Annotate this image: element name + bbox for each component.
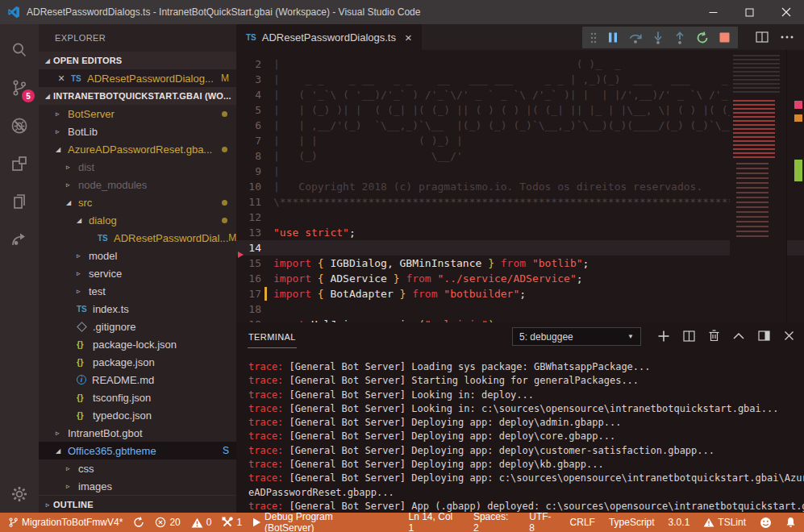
split-terminal-icon[interactable] [683,330,695,342]
tree-item-package-json[interactable]: {}package.json [39,353,236,371]
twisty-icon: ▹ [56,429,66,437]
notifications-bell-icon[interactable] [785,517,796,528]
restart-button[interactable] [696,31,709,44]
minimize-button[interactable] [695,0,731,24]
sync-item[interactable] [133,517,144,528]
outline-header[interactable]: ▹ OUTLINE [39,495,236,513]
search-icon[interactable] [0,31,39,69]
source-control-icon[interactable]: 5 [0,69,39,106]
more-actions-icon[interactable] [781,35,794,39]
tree-item-botserver[interactable]: ▹BotServer [39,105,236,123]
step-over-button[interactable] [629,31,642,44]
tslint-item[interactable]: TSLint [703,517,746,528]
close-tab-icon[interactable]: × [405,31,412,44]
code-editor[interactable]: 2| ( )_ _3| _ _ _ __ _ _ __ ___ ___ _ _ … [236,50,804,322]
stop-button[interactable] [719,32,730,43]
twisty-icon: ▹ [56,110,66,118]
pages-icon[interactable] [0,182,39,220]
code-line-5: 5| | (_) )| | ( (_| |( (_) || ( ) ( ) |(… [236,102,804,118]
language-mode-item[interactable]: TypeScript [609,517,655,528]
tree-item-css[interactable]: ▹css [39,459,236,477]
terminal-tab[interactable]: TERMINAL [248,325,297,348]
tree-item-label: model [89,250,117,262]
eol-item[interactable]: CRLF [570,517,595,528]
tree-item-model[interactable]: ▹model [39,247,236,264]
tree-item-test[interactable]: ▹test [39,282,236,300]
open-editor-item[interactable]: × TS ADResetPasswordDialog... M [39,69,236,87]
maximize-button[interactable] [731,0,768,24]
json-file-icon: {} [77,393,91,402]
tree-item-dialog[interactable]: ◢dialog [39,211,236,229]
code-line-4: 4| ( '_`\ ( '__)/'_` ) /'_`\/' _ ` _ `\ … [236,87,804,102]
cursor-position-item[interactable]: Ln 14, Col 1 [409,511,460,532]
close-editor-icon[interactable]: × [58,72,71,85]
encoding-item[interactable]: UTF-8 [529,511,556,532]
tree-item-gitignore[interactable]: .gitignore [39,318,236,335]
tree-item-tsconfig-json[interactable]: {}tsconfig.json [39,389,236,406]
new-terminal-icon[interactable] [658,330,669,342]
tree-item-typedoc-json[interactable]: {}typedoc.json [39,406,236,424]
tools-item[interactable]: 1 [222,517,242,528]
modified-dot [222,147,227,152]
tree-item-adresetpassworddial[interactable]: TSADResetPasswordDial...M [39,229,236,247]
twisty-icon: ◢ [56,146,66,153]
tree-item-office365-gbtheme[interactable]: ◢Office365.gbthemeS [39,442,236,459]
step-into-button[interactable] [652,31,664,44]
close-window-button[interactable] [768,0,804,24]
code-line-13: 13"use strict"; [236,225,804,240]
json-file-icon: {} [77,357,91,367]
tree-item-images[interactable]: ▹images [39,477,236,495]
version-item[interactable]: 3.0.1 [669,517,690,528]
debug-toolbar [582,27,738,48]
line-number: 6 [236,118,273,133]
sidebar-title: EXPLORER [39,24,236,52]
toolbar-drag-handle[interactable] [590,32,597,44]
share-icon[interactable] [0,220,39,258]
indentation-item[interactable]: Spaces: 2 [473,511,515,532]
maximize-panel-icon[interactable] [733,332,744,339]
git-branch-item[interactable]: MigrationToBotFmwV4* [8,517,123,528]
tree-item-intranetbot-gbot[interactable]: ▹IntranetBot.gbot [39,424,236,442]
step-out-button[interactable] [674,31,685,44]
close-panel-icon[interactable] [784,330,794,341]
feedback-smiley-icon[interactable] [760,517,772,529]
tree-item-azureadpasswordreset-gba[interactable]: ◢AzureADPasswordReset.gba... [39,140,236,158]
terminal-output[interactable]: trace: [General Bot Server] Loading sys … [236,350,804,513]
split-editor-icon[interactable] [756,31,769,43]
line-number: 10 [236,179,273,194]
terminal-line: trace: [General Bot Server] Loading sys … [248,360,804,374]
terminal-line: trace: [General Bot Server] Looking in: … [248,402,804,416]
minimap[interactable] [730,50,786,322]
terminal-line: trace: [General Bot Server] Starting loo… [248,374,804,388]
tree-item-service[interactable]: ▹service [39,264,236,282]
code-line-11: 11\*************************************… [236,194,804,210]
tree-item-botlib[interactable]: ▹BotLib [39,123,236,140]
pause-button[interactable] [607,31,619,44]
tree-item-package-lock-json[interactable]: {}package-lock.json [39,335,236,353]
debug-disabled-icon[interactable] [0,106,39,144]
ruler-error-mark [794,101,802,109]
tree-item-index-ts[interactable]: TSindex.ts [39,300,236,318]
tree-item-readme-md[interactable]: iREADME.md [39,371,236,389]
line-number: 9 [236,164,273,179]
open-editors-header[interactable]: ◢ OPEN EDITORS [39,52,236,69]
toggle-panel-icon[interactable] [758,330,770,341]
tab-adresetpassworddialogs[interactable]: TS ADResetPasswordDialogs.ts × [236,24,422,50]
activity-bar: 5 [0,24,39,513]
tree-item-node-modules[interactable]: ▹node_modules [39,176,236,193]
warnings-item[interactable]: 0 [191,517,212,528]
code-line-6: 6| | ,__/'(_) `\__,_)`\__ |(_) (_) (_)`\… [236,118,804,133]
terminal-select[interactable]: 5: debuggee ▼ [512,327,641,346]
tab-label: ADResetPasswordDialogs.ts [262,31,396,44]
extensions-icon[interactable] [0,144,39,182]
errors-item[interactable]: 20 [155,517,180,528]
overview-ruler[interactable] [786,50,804,322]
debug-target-item[interactable]: Debug Program (BotServer) [252,511,384,532]
tree-item-dist[interactable]: ▹dist [39,158,236,176]
tree-item-src[interactable]: ◢src [39,193,236,211]
workspace-header[interactable]: ◢ INTRANETBOTQUICKSTART.GBAI (WO... [39,87,236,105]
settings-gear-icon[interactable] [0,475,39,513]
tree-item-label: src [78,197,92,209]
twisty-icon: ▹ [77,251,87,260]
kill-terminal-icon[interactable] [709,330,719,342]
